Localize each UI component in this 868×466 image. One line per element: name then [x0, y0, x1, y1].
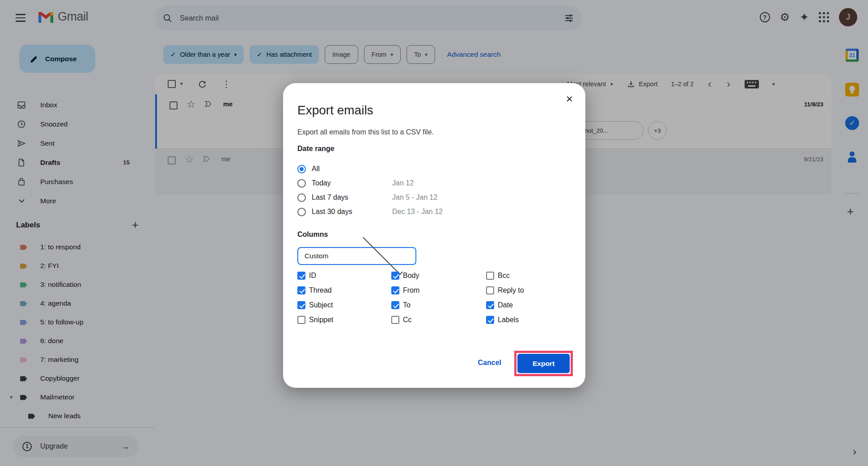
checkbox-icon[interactable] [391, 316, 399, 324]
dialog-title: Export emails [297, 103, 373, 118]
checkbox-icon[interactable] [391, 301, 399, 309]
columns-title: Columns [297, 231, 328, 239]
radio-icon[interactable] [297, 165, 306, 173]
cancel-button[interactable]: Cancel [478, 359, 501, 367]
checkbox-thread[interactable]: Thread [297, 283, 391, 298]
export-emails-dialog: × Export emails Export all emails from t… [283, 83, 585, 388]
checkbox-labels[interactable]: Labels [486, 312, 524, 327]
checkbox-icon[interactable] [297, 301, 305, 309]
checkbox-icon[interactable] [391, 272, 399, 280]
checkbox-icon[interactable] [297, 286, 305, 294]
checkbox-bcc[interactable]: Bcc [486, 268, 524, 283]
radio-icon[interactable] [297, 179, 306, 188]
checkbox-to[interactable]: To [391, 298, 486, 312]
checkbox-icon[interactable] [486, 316, 494, 324]
checkbox-icon[interactable] [486, 286, 494, 294]
export-button[interactable]: Export [517, 354, 570, 373]
checkbox-icon[interactable] [297, 272, 305, 280]
radio-last-7-days[interactable]: Last 7 days Jan 5 - Jan 12 [297, 190, 352, 205]
checkbox-from[interactable]: From [391, 283, 486, 298]
radio-today[interactable]: Today Jan 12 [297, 176, 352, 190]
checkbox-reply-to[interactable]: Reply to [486, 283, 524, 298]
checkbox-body[interactable]: Body [391, 268, 486, 283]
radio-all[interactable]: All [297, 162, 352, 176]
date-range-options: All Today Jan 12 Last 7 days Jan 5 - Jan… [297, 162, 352, 219]
dialog-description: Export all emails from this list to a CS… [297, 128, 434, 136]
checkbox-date[interactable]: Date [486, 298, 524, 312]
radio-last-30-days[interactable]: Last 30 days Dec 13 - Jan 12 [297, 205, 352, 219]
radio-icon[interactable] [297, 193, 306, 202]
date-range-title: Date range [297, 145, 334, 153]
checkbox-icon[interactable] [486, 301, 494, 309]
columns-preset-select[interactable]: Custom [297, 247, 416, 265]
checkbox-icon[interactable] [391, 286, 399, 294]
radio-icon[interactable] [297, 208, 306, 216]
checkbox-subject[interactable]: Subject [297, 298, 391, 312]
columns-checkbox-grid: ID Thread Subject Snippet Body From To C… [297, 268, 524, 327]
checkbox-icon[interactable] [486, 272, 494, 280]
checkbox-cc[interactable]: Cc [391, 312, 486, 327]
checkbox-snippet[interactable]: Snippet [297, 312, 391, 327]
checkbox-id[interactable]: ID [297, 268, 391, 283]
close-icon[interactable]: × [566, 93, 573, 105]
gmail-app: Gmail ? ⚙ ✦ J [0, 0, 868, 466]
checkbox-icon[interactable] [297, 316, 305, 324]
